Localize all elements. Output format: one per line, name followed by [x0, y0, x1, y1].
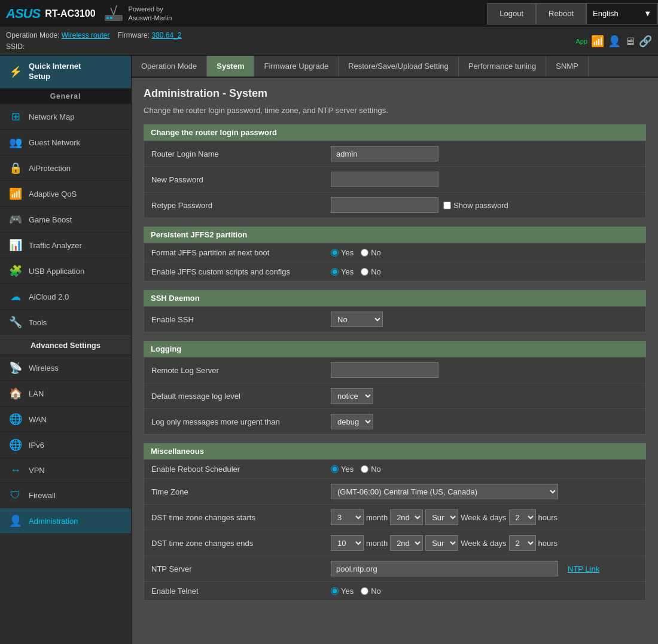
- sidebar-item-guest-network[interactable]: 👥 Guest Network: [0, 130, 131, 155]
- sidebar-item-network-map[interactable]: ⊞ Network Map: [0, 104, 131, 130]
- sidebar-item-traffic-analyzer[interactable]: 📊 Traffic Analyzer: [0, 233, 131, 258]
- retype-password-input[interactable]: [331, 197, 438, 213]
- dst-end-week-select[interactable]: 2nd1st3rd4thLast: [390, 535, 423, 551]
- network-map-icon: ⊞: [8, 110, 23, 123]
- login-name-input[interactable]: [331, 146, 438, 161]
- dst-end-row: DST time zone changes ends 101234 56789 …: [144, 530, 645, 556]
- firmware-value[interactable]: 380.64_2: [151, 31, 181, 39]
- remote-log-input[interactable]: [331, 362, 438, 378]
- tab-snmp[interactable]: SNMP: [546, 56, 589, 77]
- telnet-yes-radio[interactable]: [331, 587, 339, 595]
- format-no-radio[interactable]: [361, 249, 368, 257]
- remote-log-row: Remote Log Server: [144, 358, 645, 383]
- quick-setup-icon: ⚡: [8, 65, 23, 78]
- usb-application-label: USB Application: [29, 267, 84, 276]
- sidebar-item-usb-application[interactable]: 🧩 USB Application: [0, 258, 131, 284]
- login-name-value: [331, 146, 438, 161]
- telnet-no-label: No: [361, 587, 381, 596]
- wifi-icon: 📶: [591, 35, 604, 48]
- sidebar-item-aiprotection[interactable]: 🔒 AiProtection: [0, 155, 131, 181]
- enable-jffs-no-label: No: [361, 267, 381, 276]
- sub-header-icons: App 📶 👤 🖥 🔗: [575, 35, 652, 48]
- reboot-no-label: No: [361, 465, 381, 474]
- timezone-select[interactable]: (GMT-06:00) Central Time (US, Canada) (G…: [331, 484, 558, 499]
- log-urgent-select[interactable]: debug info notice warn error: [331, 414, 373, 429]
- ssid-label: SSID:: [6, 42, 25, 51]
- header-buttons: Logout Reboot English ▼: [178, 3, 658, 25]
- format-jffs-row: Format JFFS partition at next boot Yes N…: [144, 243, 645, 263]
- op-mode-label: Operation Mode:: [6, 31, 59, 39]
- tab-firmware-upgrade[interactable]: Firmware Upgrade: [254, 56, 339, 77]
- aiprotection-icon: 🔒: [8, 161, 23, 175]
- default-log-value: notice debug info warn error: [331, 388, 373, 404]
- sidebar-item-wan[interactable]: 🌐 WAN: [0, 407, 131, 432]
- reboot-no-radio[interactable]: [361, 465, 368, 473]
- quick-setup-item[interactable]: ⚡ Quick Internet Setup: [0, 56, 131, 88]
- sidebar-item-wireless[interactable]: 📡 Wireless: [0, 355, 131, 381]
- sidebar-item-lan[interactable]: 🏠 LAN: [0, 381, 131, 407]
- enable-jffs-no-radio[interactable]: [361, 268, 368, 276]
- tab-performance-tuning[interactable]: Performance tuning: [459, 56, 546, 77]
- dst-end-month-select[interactable]: 101234 56789 1112: [331, 535, 364, 551]
- tab-operation-mode[interactable]: Operation Mode: [132, 56, 207, 77]
- format-yes-radio[interactable]: [331, 249, 339, 257]
- sidebar-item-administration[interactable]: 👤 Administration: [0, 508, 131, 534]
- router-icon: [102, 3, 126, 25]
- reboot-button[interactable]: Reboot: [536, 3, 586, 25]
- svg-line-3: [111, 8, 114, 15]
- enable-jffs-yes-radio[interactable]: [331, 268, 339, 276]
- enable-jffs-label: Enable JFFS custom scripts and configs: [151, 267, 331, 276]
- sidebar-item-tools[interactable]: 🔧 Tools: [0, 310, 131, 335]
- dst-start-month-select[interactable]: 31245 678910 1112: [331, 509, 364, 525]
- show-password-label: Show password: [443, 201, 508, 210]
- dst-start-month-text: month: [366, 513, 388, 522]
- dst-start-day-select[interactable]: SunMonTueWed ThuFriSat: [425, 509, 458, 525]
- sidebar-item-game-boost[interactable]: 🎮 Game Boost: [0, 207, 131, 233]
- monitor-icon: 🖥: [625, 35, 635, 48]
- tools-icon: 🔧: [8, 316, 23, 329]
- timezone-label: Time Zone: [151, 487, 331, 496]
- enable-ssh-value: No Yes LAN only: [331, 312, 383, 327]
- new-password-input[interactable]: [331, 172, 438, 187]
- enable-ssh-select[interactable]: No Yes LAN only: [331, 312, 383, 327]
- sub-header-info: Operation Mode: Wireless router Firmware…: [6, 30, 575, 53]
- ntp-server-input[interactable]: [331, 561, 558, 576]
- reboot-scheduler-value: Yes No: [331, 465, 381, 474]
- sidebar-item-firewall[interactable]: 🛡 Firewall: [0, 483, 131, 508]
- timezone-value: (GMT-06:00) Central Time (US, Canada) (G…: [331, 484, 558, 499]
- reboot-yes-radio[interactable]: [331, 465, 339, 473]
- reboot-scheduler-row: Enable Reboot Scheduler Yes No: [144, 460, 645, 479]
- tab-restore-save-upload[interactable]: Restore/Save/Upload Setting: [339, 56, 459, 77]
- default-log-select[interactable]: notice debug info warn error: [331, 388, 373, 404]
- log-urgent-value: debug info notice warn error: [331, 414, 373, 429]
- dst-start-hours-select[interactable]: 2013: [509, 509, 536, 525]
- enable-jffs-yes-label: Yes: [331, 267, 354, 276]
- ssh-body: Enable SSH No Yes LAN only: [144, 306, 646, 332]
- sidebar-item-ipv6[interactable]: 🌐 IPv6: [0, 432, 131, 458]
- sidebar-item-adaptive-qos[interactable]: 📶 Adaptive QoS: [0, 181, 131, 207]
- logo-area: ASUS RT-AC3100 Powered by Asuswrt-Merlin: [0, 3, 178, 25]
- wan-label: WAN: [29, 415, 47, 424]
- enable-telnet-row: Enable Telnet Yes No: [144, 582, 645, 600]
- telnet-no-radio[interactable]: [361, 587, 368, 595]
- ntp-server-row: NTP Server NTP Link: [144, 556, 645, 582]
- logout-button[interactable]: Logout: [487, 3, 536, 25]
- dst-start-week-select[interactable]: 2nd1st3rd4thLast: [390, 509, 423, 525]
- dst-end-hours-select[interactable]: 2013: [509, 535, 536, 551]
- default-log-row: Default message log level notice debug i…: [144, 383, 645, 409]
- enable-jffs-value: Yes No: [331, 267, 381, 276]
- language-selector[interactable]: English ▼: [586, 3, 658, 25]
- share-icon: 🔗: [639, 35, 652, 48]
- aicloud-label: AiCloud 2.0: [29, 292, 69, 301]
- users-icon: 👤: [608, 35, 621, 48]
- sidebar-item-vpn[interactable]: ↔ VPN: [0, 458, 131, 483]
- ssh-section: SSH Daemon Enable SSH No Yes LAN only: [144, 290, 646, 332]
- sidebar-item-aicloud[interactable]: ☁ AiCloud 2.0: [0, 284, 131, 310]
- ntp-link[interactable]: NTP Link: [568, 564, 599, 573]
- op-mode-value[interactable]: Wireless router: [62, 31, 110, 39]
- tab-system[interactable]: System: [207, 56, 254, 77]
- show-password-checkbox[interactable]: [443, 202, 451, 209]
- format-jffs-value: Yes No: [331, 248, 381, 257]
- dst-end-day-select[interactable]: SunMonTueWed ThuFriSat: [425, 535, 458, 551]
- format-yes-label: Yes: [331, 248, 354, 257]
